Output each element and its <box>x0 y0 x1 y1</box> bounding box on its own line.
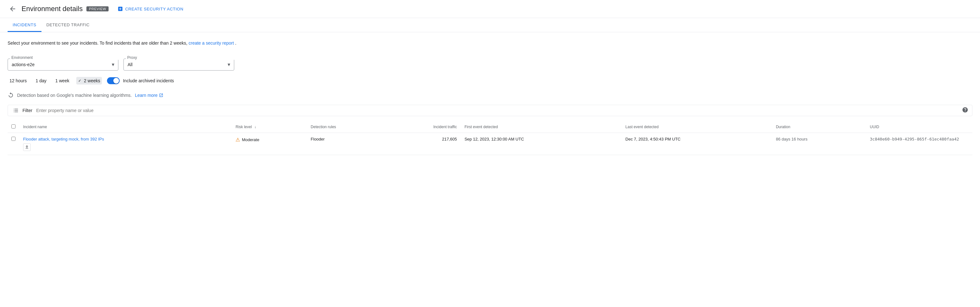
uuid-cell: 3c840e60-b949-4295-865f-61ec480faa42 <box>866 133 972 155</box>
time-filter-2weeks[interactable]: ✓ 2 weeks <box>76 77 102 84</box>
th-incident-traffic: Incident traffic <box>386 121 461 133</box>
download-icon[interactable] <box>23 143 31 151</box>
th-detection-rules: Detection rules <box>307 121 386 133</box>
environment-select[interactable]: actions-e2e <box>8 59 118 71</box>
incident-traffic-cell: 217,605 <box>386 133 461 155</box>
checkmark-icon: ✓ <box>78 78 81 83</box>
help-icon[interactable] <box>962 107 968 114</box>
archive-toggle[interactable] <box>107 77 120 84</box>
duration-cell: 86 days 16 hours <box>772 133 866 155</box>
th-duration: Duration <box>772 121 866 133</box>
th-first-event: First event detected <box>461 121 621 133</box>
incident-name-cell: Flooder attack, targeting mock, from 392… <box>19 133 232 155</box>
th-last-event: Last event detected <box>622 121 772 133</box>
info-text: Select your environment to see your inci… <box>8 40 972 46</box>
risk-level-sort-icon: ↓ <box>255 125 256 129</box>
proxy-select-wrapper: All ▼ <box>123 59 234 71</box>
archive-toggle-row: Include archived incidents <box>107 77 174 84</box>
select-all-checkbox[interactable] <box>11 124 16 129</box>
proxy-select[interactable]: All <box>123 59 234 71</box>
table-row: Flooder attack, targeting mock, from 392… <box>8 133 972 155</box>
last-event-cell: Dec 7, 2023, 4:50:43 PM UTC <box>622 133 772 155</box>
tab-detected-traffic[interactable]: DETECTED TRAFFIC <box>41 18 95 32</box>
risk-level-cell: ⚠ Moderate <box>232 133 307 155</box>
time-filter-1week[interactable]: 1 week <box>54 77 71 84</box>
external-link-icon <box>159 93 163 97</box>
page-header: Environment details PREVIEW CREATE SECUR… <box>0 0 980 18</box>
environment-label: Environment <box>10 56 121 60</box>
main-content: Select your environment to see your inci… <box>0 32 980 163</box>
time-filter-1day[interactable]: 1 day <box>33 77 48 84</box>
first-event-cell: Sep 12, 2023, 12:30:00 AM UTC <box>461 133 621 155</box>
filter-input[interactable] <box>36 108 967 113</box>
create-security-action-button[interactable]: CREATE SECURITY ACTION <box>118 6 183 12</box>
th-incident-name: Incident name <box>19 121 232 133</box>
create-action-label: CREATE SECURITY ACTION <box>125 6 183 11</box>
th-checkbox <box>8 121 19 133</box>
back-button[interactable] <box>8 4 18 14</box>
ml-notice: Detection based on Google's machine lear… <box>8 92 972 99</box>
env-proxy-filters: Environment actions-e2e ▼ Proxy All ▼ <box>8 53 972 71</box>
toggle-label: Include archived incidents <box>123 78 174 83</box>
table-header-row: Incident name Risk level ↓ Detection rul… <box>8 121 972 133</box>
environment-field-group: Environment actions-e2e ▼ <box>8 53 118 71</box>
proxy-label: Proxy <box>126 56 237 60</box>
incident-link[interactable]: Flooder attack, targeting mock, from 392… <box>23 137 104 142</box>
ml-notice-text: Detection based on Google's machine lear… <box>17 93 132 98</box>
time-filter-12h[interactable]: 12 hours <box>8 77 29 84</box>
toggle-thumb <box>113 78 119 84</box>
ml-refresh-icon <box>8 92 14 99</box>
th-uuid: UUID <box>866 121 972 133</box>
preview-badge: PREVIEW <box>86 6 108 11</box>
tabs-bar: INCIDENTS DETECTED TRAFFIC <box>0 18 980 32</box>
detection-rules-cell: Flooder <box>307 133 386 155</box>
filter-icon <box>13 108 19 113</box>
environment-select-wrapper: actions-e2e ▼ <box>8 59 118 71</box>
row-checkbox-cell <box>8 133 19 155</box>
proxy-field-group: Proxy All ▼ <box>123 53 234 71</box>
th-risk-level[interactable]: Risk level ↓ <box>232 121 307 133</box>
time-filter-row: 12 hours 1 day 1 week ✓ 2 weeks Include … <box>8 77 972 84</box>
tab-incidents[interactable]: INCIDENTS <box>8 18 41 32</box>
incidents-table: Incident name Risk level ↓ Detection rul… <box>8 121 972 155</box>
warning-icon: ⚠ <box>235 137 240 143</box>
create-security-report-link[interactable]: create a security report <box>189 40 234 46</box>
page-title: Environment details <box>22 5 83 13</box>
row-checkbox[interactable] <box>11 137 16 141</box>
filter-label: Filter <box>22 108 32 113</box>
filter-bar: Filter <box>8 105 972 116</box>
learn-more-link[interactable]: Learn more <box>135 93 163 98</box>
